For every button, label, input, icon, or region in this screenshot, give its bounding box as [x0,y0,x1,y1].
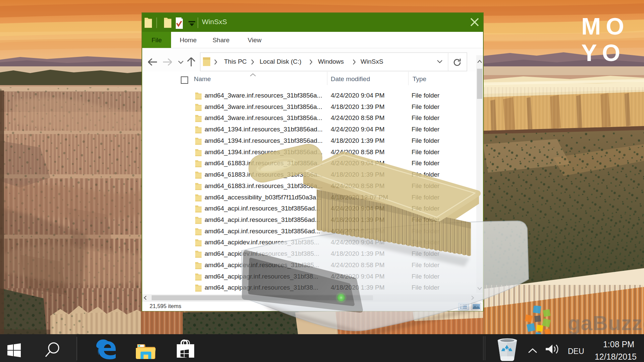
svg-text:DEU: DEU [568,347,584,356]
svg-text:12/18/2015: 12/18/2015 [595,352,637,361]
svg-text:1:08 PM: 1:08 PM [603,340,634,349]
